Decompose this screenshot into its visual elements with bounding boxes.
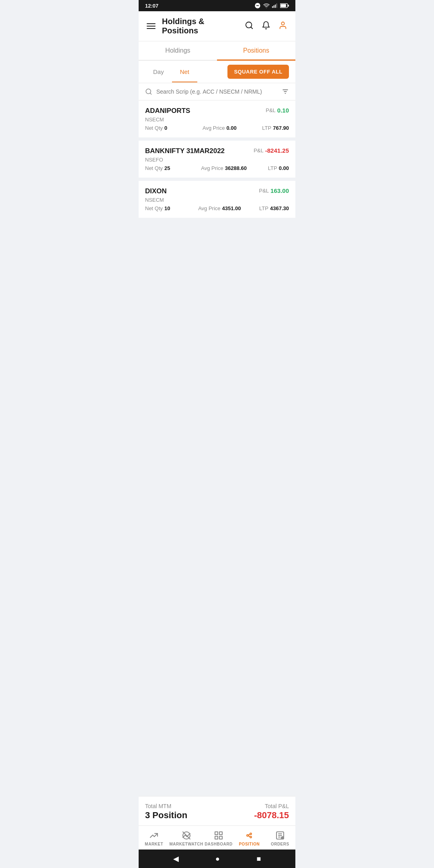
- svg-rect-23: [219, 836, 222, 839]
- back-button[interactable]: ◀: [173, 854, 179, 863]
- subtab-net[interactable]: Net: [172, 65, 197, 78]
- ltp-group: LTP 0.00: [268, 165, 289, 171]
- bottom-nav: MARKET MARKETWATCH DASHBOARD POSITION: [139, 825, 295, 850]
- avg-price-group: Avg Price 4351.00: [198, 205, 241, 211]
- header: Holdings & Positions: [139, 11, 295, 41]
- net-qty-group: Net Qty 10: [145, 205, 170, 211]
- nav-market-label: MARKET: [145, 842, 163, 846]
- bell-icon: [262, 21, 270, 30]
- nav-marketwatch[interactable]: MARKETWATCH: [169, 829, 203, 848]
- position-name: ADANIPORTS: [145, 107, 190, 115]
- svg-line-28: [248, 836, 250, 837]
- profile-button[interactable]: [277, 19, 289, 33]
- avg-price-group: Avg Price 0.00: [203, 125, 237, 131]
- dnd-icon: [254, 2, 261, 9]
- nav-market[interactable]: MARKET: [139, 829, 169, 848]
- svg-rect-20: [215, 832, 218, 835]
- svg-point-12: [281, 22, 284, 25]
- notifications-button[interactable]: [260, 19, 272, 33]
- svg-line-14: [150, 93, 151, 94]
- position-card-banknifty[interactable]: BANKNIFTY 31MAR2022 P&L -8241.25 NSEFO N…: [139, 141, 295, 178]
- svg-rect-22: [215, 836, 218, 839]
- orders-icon: [275, 831, 285, 840]
- exchange-label: NSECM: [145, 197, 164, 203]
- tab-positions[interactable]: Positions: [217, 41, 295, 60]
- exchange-label: NSEFO: [145, 157, 163, 163]
- recents-button[interactable]: ■: [256, 855, 261, 863]
- summary-left: Total MTM 3 Position: [145, 803, 187, 821]
- pnl-row: P&L -8241.25: [254, 147, 289, 154]
- position-name: DIXON: [145, 187, 167, 195]
- hamburger-menu[interactable]: [145, 22, 157, 31]
- nav-orders[interactable]: ORDERS: [265, 829, 295, 848]
- pnl-value: 0.10: [277, 107, 289, 114]
- svg-rect-6: [276, 3, 277, 8]
- nav-position-label: POSITION: [239, 842, 260, 846]
- system-nav: ◀ ● ■: [139, 850, 295, 868]
- net-qty-group: Net Qty 25: [145, 165, 170, 171]
- user-icon: [278, 21, 287, 30]
- svg-line-11: [251, 27, 252, 29]
- home-button[interactable]: ●: [215, 855, 220, 863]
- ltp-group: LTP 4367.30: [259, 205, 289, 211]
- search-scrip-input[interactable]: [156, 88, 278, 95]
- position-card-dixon[interactable]: DIXON P&L 163.00 NSECM Net Qty 10 Avg Pr…: [139, 181, 295, 218]
- signal-icon: [272, 3, 278, 8]
- position-icon: [244, 831, 254, 840]
- net-qty-group: Net Qty 0: [145, 125, 167, 131]
- pnl-value: 163.00: [270, 187, 289, 194]
- position-card-adaniports[interactable]: ADANIPORTS P&L 0.10 NSECM Net Qty 0 Avg …: [139, 100, 295, 137]
- filter-icon[interactable]: [282, 88, 289, 95]
- marketwatch-icon: [182, 831, 191, 840]
- pnl-row: P&L 0.10: [266, 107, 289, 114]
- main-tabs: Holdings Positions: [139, 41, 295, 61]
- sub-tabs: Day Net SQUARE OFF ALL: [139, 61, 295, 83]
- nav-marketwatch-label: MARKETWATCH: [169, 842, 203, 846]
- svg-rect-21: [219, 832, 222, 835]
- nav-dashboard[interactable]: DASHBOARD: [203, 829, 234, 848]
- svg-rect-9: [288, 4, 289, 6]
- svg-rect-5: [275, 4, 276, 8]
- search-button[interactable]: [243, 19, 255, 33]
- square-off-all-button[interactable]: SQUARE OFF ALL: [227, 65, 289, 79]
- status-icons: [254, 2, 289, 9]
- status-time: 12:07: [145, 3, 158, 9]
- nav-orders-label: ORDERS: [271, 842, 289, 846]
- nav-dashboard-label: DASHBOARD: [205, 842, 233, 846]
- svg-line-27: [248, 834, 250, 835]
- exchange-label: NSECM: [145, 117, 164, 123]
- svg-rect-3: [272, 6, 273, 8]
- wifi-icon: [263, 2, 270, 9]
- pnl-row: P&L 163.00: [259, 187, 289, 194]
- summary-right: Total P&L -8078.15: [254, 803, 289, 821]
- position-name: BANKNIFTY 31MAR2022: [145, 147, 225, 155]
- search-scrip-icon: [145, 88, 152, 95]
- search-bar: [139, 83, 295, 100]
- page-title: Holdings & Positions: [162, 17, 238, 35]
- ltp-group: LTP 767.90: [262, 125, 289, 131]
- subtab-day[interactable]: Day: [145, 65, 172, 78]
- nav-position[interactable]: POSITION: [234, 829, 264, 848]
- status-bar: 12:07: [139, 0, 295, 11]
- market-icon: [149, 831, 159, 840]
- positions-list: ADANIPORTS P&L 0.10 NSECM Net Qty 0 Avg …: [139, 100, 295, 796]
- search-icon: [245, 21, 254, 30]
- svg-rect-4: [274, 5, 274, 8]
- avg-price-group: Avg Price 36288.60: [201, 165, 247, 171]
- pnl-value: -8241.25: [265, 147, 289, 154]
- dashboard-icon: [214, 831, 223, 840]
- svg-rect-8: [280, 4, 286, 7]
- bottom-summary: Total MTM 3 Position Total P&L -8078.15: [139, 796, 295, 825]
- tab-holdings[interactable]: Holdings: [139, 41, 217, 60]
- battery-icon: [280, 3, 289, 8]
